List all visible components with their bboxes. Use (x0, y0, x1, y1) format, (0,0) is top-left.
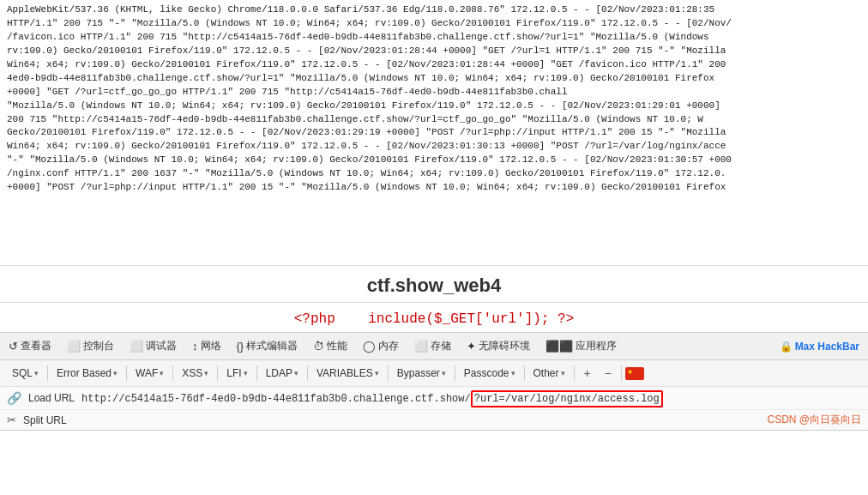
menu-lfi[interactable]: LFI ▾ (221, 365, 252, 382)
add-button[interactable]: + (578, 364, 597, 383)
menu-waf-label: WAF (136, 367, 158, 379)
load-url-button[interactable]: Load URL (28, 392, 75, 404)
scissors-icon: ✂ (7, 414, 16, 426)
devtools-memory[interactable]: ◯ 内存 (359, 337, 402, 355)
hackbar-panel: SQL ▾ Error Based ▾ WAF ▾ XSS ▾ LFI ▾ LD… (0, 360, 868, 431)
menu-error-based-label: Error Based (57, 367, 112, 379)
menu-separator (217, 365, 218, 381)
log-line: +0000] "POST /?url=php://input HTTP/1.1"… (7, 181, 861, 195)
devtools-storage-label: 存储 (431, 339, 451, 353)
application-icon: ⬛⬛ (546, 340, 573, 353)
devtools-debugger[interactable]: ⬜ 调试器 (126, 337, 180, 355)
minus-button[interactable]: − (599, 364, 618, 383)
csdn-watermark: CSDN @向日葵向日 (767, 413, 861, 427)
menu-other[interactable]: Other ▾ (528, 365, 570, 382)
menu-ldap[interactable]: LDAP ▾ (261, 365, 304, 382)
devtools-network[interactable]: ↕ 网络 (189, 337, 225, 355)
viewer-icon: ↺ (9, 340, 18, 353)
log-area: AppleWebKit/537.36 (KHTML, like Gecko) C… (0, 0, 868, 266)
hackbar-menu-row: SQL ▾ Error Based ▾ WAF ▾ XSS ▾ LFI ▾ LD… (0, 360, 868, 387)
log-line: Win64; x64; rv:109.0) Gecko/20100101 Fir… (7, 140, 861, 154)
devtools-accessibility[interactable]: ✦ 无障碍环境 (463, 337, 533, 355)
menu-lfi-label: LFI (226, 367, 241, 379)
xss-arrow-icon: ▾ (204, 369, 208, 377)
php-code-display: <?php include($_GET['url']); ?> (0, 303, 868, 333)
log-line: "Mozilla/5.0 (Windows NT 10.0; Win64; x6… (7, 100, 861, 113)
menu-separator (307, 365, 308, 381)
error-based-arrow-icon: ▾ (113, 369, 118, 377)
devtools-memory-label: 内存 (378, 339, 399, 353)
menu-passcode-label: Passcode (464, 367, 509, 379)
devtools-console[interactable]: ⬜ 控制台 (63, 337, 118, 355)
log-line: /nginx.conf HTTP/1.1" 200 1637 "-" "Mozi… (7, 167, 861, 181)
url-prefix: http://c5414a15-76df-4ed0-b9db-44e811fab… (81, 393, 471, 405)
devtools-network-label: 网络 (201, 339, 221, 353)
menu-separator (172, 365, 173, 381)
split-url-button[interactable]: Split URL (23, 414, 67, 426)
devtools-application-label: 应用程序 (576, 339, 617, 353)
menu-xss[interactable]: XSS ▾ (177, 365, 214, 382)
variables-arrow-icon: ▾ (375, 369, 379, 377)
menu-sql[interactable]: SQL ▾ (7, 365, 44, 382)
debugger-icon: ⬜ (130, 340, 143, 353)
log-line: 4ed0-b9db-44e811fab3b0.challenge.ctf.sho… (7, 72, 861, 86)
devtools-viewer[interactable]: ↺ 查看器 (5, 337, 55, 355)
log-line: rv:109.0) Gecko/20100101 Firefox/119.0" … (7, 45, 861, 58)
lfi-arrow-icon: ▾ (244, 369, 248, 377)
lock-icon: 🔒 (780, 341, 793, 353)
waf-arrow-icon: ▾ (160, 369, 164, 377)
devtools-style-editor[interactable]: {} 样式编辑器 (233, 337, 302, 355)
hackbar-button[interactable]: 🔒 Max HackBar (776, 339, 863, 354)
menu-separator (388, 365, 389, 381)
log-line: Gecko/20100101 Firefox/119.0" 172.12.0.5… (7, 126, 861, 140)
devtools-performance-label: 性能 (327, 339, 347, 353)
flag-icon (625, 367, 644, 380)
menu-separator (574, 365, 575, 381)
passcode-arrow-icon: ▾ (511, 369, 515, 377)
menu-sql-label: SQL (12, 367, 33, 379)
accessibility-icon: ✦ (467, 340, 476, 353)
performance-icon: ⏱ (313, 340, 324, 353)
menu-ldap-label: LDAP (266, 367, 292, 379)
menu-separator (524, 365, 525, 381)
menu-separator (621, 365, 622, 381)
menu-separator (126, 365, 127, 381)
url-highlighted-part[interactable]: ?url=/var/log/nginx/access.log (471, 390, 663, 407)
storage-icon: ⬜ (414, 340, 428, 353)
menu-bypasser-label: Bypasser (397, 367, 440, 379)
link-icon[interactable]: 🔗 (7, 391, 21, 405)
devtools-console-label: 控制台 (83, 339, 114, 353)
devtools-style-label: 样式编辑器 (246, 339, 298, 353)
menu-separator (256, 365, 257, 381)
ldap-arrow-icon: ▾ (294, 369, 298, 377)
page-title: ctf.show_web4 (0, 266, 868, 303)
memory-icon: ◯ (363, 340, 376, 353)
url-row: 🔗 Load URL http://c5414a15-76df-4ed0-b9d… (0, 387, 868, 409)
console-icon: ⬜ (67, 340, 81, 353)
log-line: HTTP/1.1" 200 715 "-" "Mozilla/5.0 (Wind… (7, 17, 861, 31)
menu-xss-label: XSS (182, 367, 202, 379)
menu-waf[interactable]: WAF ▾ (130, 365, 169, 382)
style-icon: {} (237, 340, 244, 353)
devtools-storage[interactable]: ⬜ 存储 (411, 337, 455, 355)
devtools-application[interactable]: ⬛⬛ 应用程序 (542, 337, 620, 355)
devtools-debugger-label: 调试器 (146, 339, 177, 353)
log-line: AppleWebKit/537.36 (KHTML, like Gecko) C… (7, 3, 861, 17)
menu-variables-label: VARIABLES (316, 367, 373, 379)
devtools-performance[interactable]: ⏱ 性能 (310, 337, 351, 355)
devtools-viewer-label: 查看器 (21, 339, 51, 353)
devtools-toolbar: ↺ 查看器 ⬜ 控制台 ⬜ 调试器 ↕ 网络 {} 样式编辑器 ⏱ 性能 ◯ 内… (0, 333, 868, 360)
network-icon: ↕ (192, 340, 198, 353)
sql-arrow-icon: ▾ (34, 369, 39, 377)
menu-error-based[interactable]: Error Based ▾ (51, 365, 123, 382)
bottom-row: ✂ Split URL CSDN @向日葵向日 (0, 409, 868, 430)
menu-variables[interactable]: VARIABLES ▾ (311, 365, 384, 382)
menu-passcode[interactable]: Passcode ▾ (459, 365, 521, 382)
menu-separator (47, 365, 48, 381)
log-line: "-" "Mozilla/5.0 (Windows NT 10.0; Win64… (7, 154, 861, 167)
bypasser-arrow-icon: ▾ (442, 369, 446, 377)
log-line: 200 715 "http://c5414a15-76df-4ed0-b9db-… (7, 113, 861, 127)
devtools-accessibility-label: 无障碍环境 (479, 339, 530, 353)
menu-bypasser[interactable]: Bypasser ▾ (392, 365, 451, 382)
hackbar-label: Max HackBar (795, 341, 859, 353)
